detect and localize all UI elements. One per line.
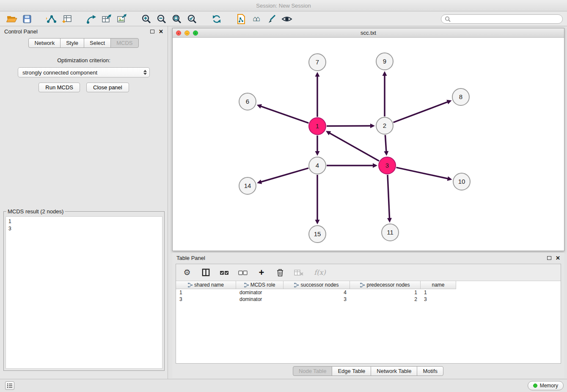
close-window-icon[interactable]: × [176,30,181,36]
table-row[interactable]: 3 dominator 3 2 3 [176,296,561,303]
graph-edge-2-8[interactable] [394,102,448,123]
control-panel: Control Panel ✕ Network Style Select MCD… [0,26,168,379]
import-network-icon[interactable] [44,13,59,25]
table-settings-icon[interactable]: ⚙ [182,267,192,278]
close-table-panel-icon[interactable]: ✕ [556,255,560,261]
tab-select[interactable]: Select [84,38,111,48]
graph-edge-4-14[interactable] [261,168,308,182]
cell-successor-nodes[interactable]: 4 [284,289,350,296]
list-icon [7,383,13,388]
column-header-mcds-role[interactable]: MCDS role [236,281,284,289]
cell-mcds-role[interactable]: dominator [236,296,284,303]
refresh-icon[interactable] [209,13,224,25]
zoom-in-icon[interactable] [139,13,154,25]
graph-edge-1-6[interactable] [261,106,308,123]
cell-successor-nodes[interactable]: 3 [284,296,350,303]
column-label: shared name [194,282,224,288]
graph-edge-2-3[interactable] [385,135,386,152]
column-header-name[interactable]: name [421,281,456,289]
export-image-icon[interactable] [114,13,129,25]
cell-shared-name[interactable]: 1 [176,289,236,296]
gear-icon: ⚙ [183,268,190,276]
add-column-icon[interactable]: + [256,267,267,278]
folder-open-glyph [6,14,17,24]
zoom-fit-icon[interactable] [169,13,184,25]
task-history-button[interactable] [5,381,14,390]
tab-network-table[interactable]: Network Table [371,366,417,376]
graph-arrowhead [370,124,375,128]
trash-icon [276,268,284,277]
mcds-result-line: 3 [8,225,160,232]
graph-node-label: 10 [458,178,465,185]
save-session-icon[interactable] [19,13,35,25]
tab-mcds[interactable]: MCDS [110,38,138,48]
minimize-window-icon[interactable]: − [184,30,190,36]
show-hide-icon[interactable] [279,13,295,25]
network-canvas[interactable]: 7968124314101511 [173,38,564,251]
cell-name[interactable]: 1 [421,289,456,296]
network-graph[interactable]: 7968124314101511 [173,38,564,251]
import-table-icon[interactable] [59,13,74,25]
mcds-result-list[interactable]: 1 3 [6,216,162,369]
search-icon [445,16,451,22]
status-bar: Memory [0,379,567,392]
graph-edge-3-10[interactable] [396,168,448,179]
cell-predecessor-nodes[interactable]: 1 [350,289,421,296]
tab-node-table[interactable]: Node Table [293,366,333,376]
graph-node-label: 1 [316,122,319,130]
zoom-out-icon[interactable] [154,13,169,25]
tab-motifs[interactable]: Motifs [417,366,443,376]
column-header-shared-name[interactable]: shared name [176,281,236,289]
graph-edge-1-2[interactable] [327,126,371,126]
cell-name[interactable]: 3 [421,296,456,303]
traffic-lights: × − + [176,30,198,36]
show-columns-icon[interactable] [201,267,211,278]
plus-icon: + [259,268,264,277]
close-panel-icon[interactable]: ✕ [159,29,163,34]
graph-edge-3-11[interactable] [388,175,390,218]
cell-shared-name[interactable]: 3 [176,296,236,303]
float-table-panel-icon[interactable] [547,256,551,260]
open-session-icon[interactable] [4,13,19,25]
column-header-successor-nodes[interactable]: successor nodes [284,281,350,289]
clipboard-network-icon[interactable] [234,13,249,25]
zoom-selected-icon[interactable] [184,13,200,25]
table-row[interactable]: 1 dominator 4 1 1 [176,289,561,296]
column-header-predecessor-nodes[interactable]: predecessor nodes [350,281,421,289]
criterion-select[interactable]: strongly connected component [18,67,150,77]
graph-node-label: 6 [246,98,249,105]
homes-glyph: ⌂⌂ [253,14,260,23]
tab-style[interactable]: Style [60,38,84,48]
select-all-icon[interactable] [219,267,229,278]
maximize-window-icon[interactable]: + [193,30,198,36]
table-header-row: shared name MCDS role successor nodes pr… [176,281,561,289]
table-delete-glyph [294,269,304,276]
tab-network[interactable]: Network [28,38,61,48]
deselect-all-icon[interactable] [238,267,248,278]
export-network-icon[interactable] [84,13,99,25]
tab-edge-table[interactable]: Edge Table [332,366,371,376]
graph-edge-3-1[interactable] [330,133,379,161]
style-paint-icon[interactable] [264,13,279,25]
run-mcds-button[interactable]: Run MCDS [39,83,80,92]
select-stepper-icon [143,70,147,75]
control-panel-tabs: Network Style Select MCDS [0,38,168,48]
eye-glyph [281,14,292,24]
delete-column-icon[interactable] [275,267,285,278]
first-neighbors-icon[interactable]: ⌂⌂ [249,13,264,25]
delete-table-icon[interactable] [294,267,304,278]
function-builder-icon[interactable]: f(x) [312,267,328,278]
float-panel-icon[interactable] [150,30,154,33]
export-table-icon[interactable] [99,13,114,25]
cell-mcds-role[interactable]: dominator [236,289,284,296]
memory-button[interactable]: Memory [528,381,564,390]
session-group [4,13,35,25]
close-panel-button[interactable]: Close panel [86,83,129,92]
search-box[interactable] [441,14,563,24]
graph-arrowhead [447,176,452,181]
network-view-window: × − + scc.txt 7968124314101511 [172,28,564,251]
cell-predecessor-nodes[interactable]: 2 [350,296,421,303]
search-input[interactable] [453,16,559,22]
network-window-titlebar[interactable]: × − + scc.txt [173,28,564,38]
column-type-icon [294,283,299,287]
